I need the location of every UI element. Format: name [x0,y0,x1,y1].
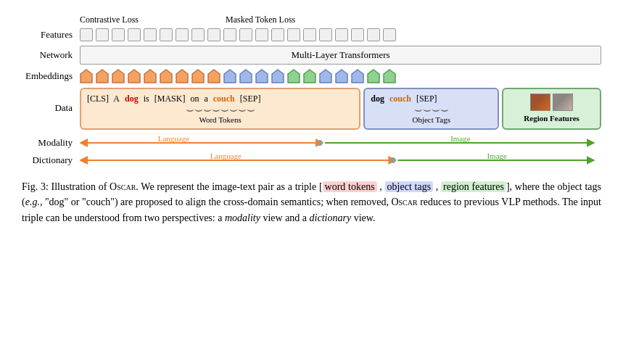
region-features-box: Region Features [502,88,601,130]
caption-text4: "dog" or "couch") are proposed to align … [42,197,391,207]
embed-shape [96,69,109,83]
feat-square [191,28,205,41]
region-features-label: Region Features [524,114,579,123]
embed-shape [191,69,205,83]
feat-square [287,28,300,41]
svg-marker-3 [128,70,140,83]
modality-arrow-track: Language Image [80,136,601,150]
a-token: A [112,94,120,104]
feat-square [144,28,157,41]
couch-thumbnail [553,94,573,111]
features-track [80,28,601,41]
dictionary-row: Dictionary Language [22,153,601,167]
feat-square [80,28,93,41]
svg-marker-6 [176,70,188,83]
embed-shape [239,69,252,83]
word-tokens-brace: ⌣⌣⌣⌣⌣⌣⌣⌣ [87,106,353,114]
feat-square [223,28,236,41]
svg-text:Language: Language [210,153,242,160]
dictionary-text: dictionary [310,212,352,223]
feat-square [367,28,380,41]
oscar-name2: Oscar [391,197,417,207]
embed-shape [319,69,332,83]
svg-text:Language: Language [158,136,189,143]
svg-marker-1 [96,70,108,83]
embed-shape [367,69,380,83]
modality-label: Modality [22,137,80,149]
svg-text:Image: Image [487,153,507,160]
feat-square [176,28,189,41]
cls-token: [CLS] [87,94,109,104]
network-row: Network Multi-Layer Transformers [22,46,601,65]
diagram: Contrastive Loss Masked Token Loss Featu… [22,15,601,167]
network-label: Network [22,49,80,61]
svg-text:Image: Image [450,136,471,143]
fig-label: Fig. 3: [22,181,49,192]
eg-text: e.g., [25,197,43,207]
is-token: is [141,94,149,104]
dog-tag: dog [371,94,384,104]
caption-text2: . We represent the image-text pair as a … [136,181,322,192]
feat-square [128,28,141,41]
svg-marker-8 [208,70,220,83]
feat-square [319,28,332,41]
feat-square [271,28,284,41]
caption-text6: view and a [260,212,310,223]
object-tags-label: Object Tags [371,115,492,124]
svg-marker-19 [384,70,395,83]
embed-shape [80,69,93,83]
features-row: Features [22,28,601,41]
svg-marker-7 [192,70,204,83]
feat-square [96,28,109,41]
feat-square [351,28,364,41]
embed-shape [351,69,364,83]
word-tokens-label: Word Tokens [87,115,353,124]
modality-text: modality [225,212,260,223]
features-label: Features [22,29,80,41]
caption: Fig. 3: Illustration of Oscar. We repres… [22,179,601,226]
svg-marker-14 [304,70,315,83]
comma1: , [377,181,385,192]
embeddings-label: Embeddings [22,70,80,82]
region-features-highlight: region features [441,181,506,192]
svg-marker-5 [160,70,172,83]
svg-marker-0 [81,70,92,83]
word-tokens-highlight: word tokens [323,181,377,192]
embed-shape [271,69,284,83]
caption-text7: view. [351,212,375,223]
modality-row: Modality [22,136,601,150]
modality-arrows: Language Image [80,136,601,150]
embed-shape [223,69,236,83]
comma2: , [433,181,441,192]
feat-square [160,28,173,41]
embed-shape [128,69,141,83]
embeddings-track [80,69,601,83]
svg-marker-12 [272,70,284,83]
svg-marker-10 [240,70,252,83]
data-track: [CLS] A dog is [MASK] on a couch [SEP] ⌣… [80,88,601,130]
oscar-name: Oscar [110,181,136,192]
feat-square [112,28,125,41]
svg-marker-11 [256,70,268,83]
dog-token: dog [123,94,139,104]
image-thumbnails [530,94,573,111]
data-row: Data [CLS] A dog is [MASK] on a couch [S… [22,88,601,130]
contrastive-loss-label: Contrastive Loss [80,15,139,25]
svg-marker-9 [224,70,236,83]
embeddings-row: Embeddings [22,69,601,83]
embed-shape [303,69,316,83]
dictionary-arrow-track: Language Image [80,153,601,167]
feat-square [239,28,252,41]
loss-labels-row: Contrastive Loss Masked Token Loss [80,15,601,25]
svg-marker-13 [288,70,300,83]
svg-marker-17 [352,70,363,83]
feat-square [255,28,268,41]
object-tags-box: dog couch [SEP] ⌣⌣⌣⌣ Object Tags [363,88,499,130]
couch-tag: couch [387,94,411,104]
mask-token: [MASK] [152,94,186,104]
embed-shape [335,69,348,83]
embed-shape [207,69,220,83]
embed-shape [287,69,300,83]
network-box: Multi-Layer Transformers [80,46,601,65]
dog-thumbnail [530,94,550,111]
